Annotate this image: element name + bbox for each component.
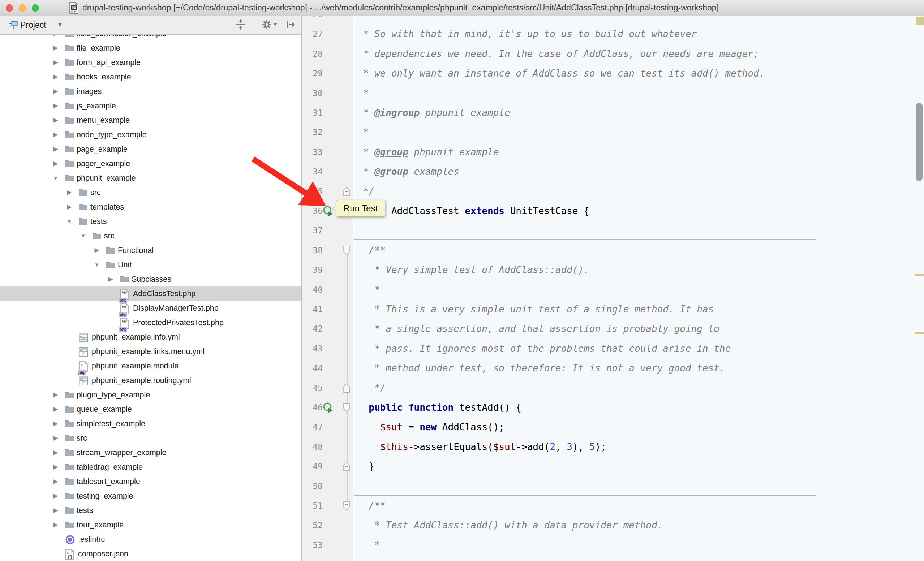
run-test-gutter-icon[interactable] [323, 402, 334, 415]
tree-item-tabledrag_example[interactable]: ▶tabledrag_example [0, 460, 302, 474]
expand-arrow[interactable]: ▶ [51, 387, 60, 402]
expand-arrow[interactable]: ▶ [51, 489, 60, 503]
warning-stripe-mark[interactable] [915, 274, 924, 275]
code-editor[interactable]: * So with that in mind, it's up to us to… [354, 16, 914, 561]
expand-arrow[interactable]: ▶ [51, 416, 60, 431]
error-stripe [914, 16, 924, 561]
svg-text:{}: {} [67, 555, 73, 560]
tree-item-phpunit_example.info.yml[interactable]: phpunit_example.info.yml [0, 330, 302, 344]
expand-arrow[interactable]: ▶ [106, 272, 115, 286]
expand-arrow[interactable]: ▶ [51, 70, 60, 84]
tree-item-phpunit_example.links.menu.yml[interactable]: phpunit_example.links.menu.yml [0, 344, 302, 359]
tree-item-tests[interactable]: ▼tests [0, 214, 302, 229]
expand-arrow[interactable]: ▶ [65, 186, 74, 200]
expand-arrow[interactable]: ▶ [51, 518, 60, 532]
tree-item-AddClassTest.php[interactable]: phpAddClassTest.php [0, 286, 302, 301]
expand-arrow[interactable]: ▶ [51, 127, 60, 142]
tree-item-node_type_example[interactable]: ▶node_type_example [0, 127, 302, 142]
expand-arrow[interactable]: ▶ [51, 503, 60, 518]
gear-icon[interactable] [261, 18, 278, 33]
tree-item-plugin_type_example[interactable]: ▶plugin_type_example [0, 387, 302, 402]
tree-item-src[interactable]: ▼src [0, 229, 302, 243]
tree-item-hooks_example[interactable]: ▶hooks_example [0, 70, 302, 84]
tree-item-.eslintrc[interactable]: .eslintrc [0, 532, 302, 546]
fold-marker-icon[interactable] [342, 186, 351, 198]
expand-arrow[interactable]: ▶ [51, 474, 60, 489]
tree-item-js_example[interactable]: ▶js_example [0, 99, 302, 113]
expand-arrow[interactable]: ▶ [51, 113, 60, 127]
tree-item-tour_example[interactable]: ▶tour_example [0, 518, 302, 532]
scrollbar-thumb[interactable] [916, 103, 922, 181]
tree-item-ProtectedPrivatesTest.php[interactable]: phpProtectedPrivatesTest.php [0, 316, 302, 330]
tree-item-file_example[interactable]: ▶file_example [0, 41, 302, 55]
expand-arrow[interactable]: ▶ [51, 142, 60, 156]
code-line-34: * @group examples [357, 162, 459, 181]
tree-item-form_api_example[interactable]: ▶form_api_example [0, 55, 302, 70]
tree-item-phpunit_example.module[interactable]: phpphpunit_example.module [0, 359, 302, 373]
expand-arrow[interactable]: ▼ [79, 229, 87, 243]
tree-item-page_example[interactable]: ▶page_example [0, 142, 302, 156]
tree-item-queue_example[interactable]: ▶queue_example [0, 402, 302, 416]
tree-item-simpletest_example[interactable]: ▶simpletest_example [0, 416, 302, 431]
window-controls [6, 4, 39, 12]
fold-marker-icon[interactable] [342, 461, 351, 473]
project-panel-title[interactable]: Project [20, 16, 46, 34]
expand-arrow[interactable]: ▼ [51, 171, 60, 186]
code-line-48: $this->assertEquals($sut->add(2, 3), 5); [357, 437, 606, 456]
tree-item-Unit[interactable]: ▼Unit [0, 257, 302, 272]
expand-arrow[interactable]: ▶ [51, 431, 60, 446]
collapse-all-icon[interactable] [234, 18, 247, 33]
fold-marker-icon[interactable] [342, 500, 351, 513]
code-line-30: * [357, 84, 369, 103]
expand-arrow[interactable]: ▶ [51, 446, 60, 460]
tree-item-label: stream_wrapper_example [76, 446, 166, 460]
expand-arrow[interactable]: ▶ [51, 55, 60, 70]
tree-item-label: Subclasses [132, 272, 171, 286]
folder-icon [64, 130, 75, 139]
code-line-54: * This method is very similar to testAdd… [357, 555, 799, 561]
fold-marker-icon[interactable] [342, 245, 351, 257]
tree-item-src[interactable]: ▶src [0, 186, 302, 200]
tree-item-Functional[interactable]: ▶Functional [0, 243, 302, 257]
method-separator [354, 495, 816, 496]
tree-item-testing_example[interactable]: ▶testing_example [0, 489, 302, 503]
expand-arrow[interactable]: ▶ [93, 243, 101, 257]
close-button[interactable] [6, 4, 13, 12]
tree-item-phpunit_example.routing.yml[interactable]: phpunit_example.routing.yml [0, 373, 302, 387]
expand-arrow[interactable]: ▶ [51, 402, 60, 416]
tree-item-templates[interactable]: ▶templates [0, 200, 302, 214]
tree-item-src[interactable]: ▶src [0, 431, 302, 446]
zoom-button[interactable] [32, 4, 39, 12]
expand-arrow[interactable]: ▶ [65, 200, 74, 214]
tree-item-tablesort_example[interactable]: ▶tablesort_example [0, 474, 302, 489]
minimize-button[interactable] [19, 4, 26, 12]
expand-arrow[interactable]: ▶ [51, 156, 60, 171]
fold-marker-icon[interactable] [342, 402, 351, 414]
expand-arrow[interactable]: ▼ [65, 214, 74, 229]
tree-item-images[interactable]: ▶images [0, 84, 302, 99]
tree-item-composer.json[interactable]: {}composer.json [0, 546, 302, 561]
expand-arrow[interactable]: ▶ [51, 99, 60, 113]
folder-icon [64, 405, 75, 413]
tree-item-menu_example[interactable]: ▶menu_example [0, 113, 302, 127]
tree-item-DisplayManagerTest.php[interactable]: phpDisplayManagerTest.php [0, 301, 302, 316]
tree-item-Subclasses[interactable]: ▶Subclasses [0, 272, 302, 286]
tree-item-tests[interactable]: ▶tests [0, 503, 302, 518]
code-token: * pass. It ignores most of the problems … [357, 343, 730, 354]
tree-item-label: simpletest_example [76, 416, 145, 431]
tree-item-label: phpunit_example.module [92, 359, 178, 373]
expand-arrow[interactable]: ▶ [51, 84, 60, 99]
code-token: ->add( [516, 441, 550, 452]
folder-icon [64, 87, 75, 95]
tree-item-phpunit_example[interactable]: ▼phpunit_example [0, 171, 302, 186]
hide-panel-icon[interactable] [284, 18, 297, 33]
chevron-down-icon[interactable]: ▼ [57, 16, 63, 34]
tree-item-pager_example[interactable]: ▶pager_example [0, 156, 302, 171]
code-token [357, 422, 380, 432]
expand-arrow[interactable]: ▼ [93, 257, 101, 272]
fold-marker-icon[interactable] [342, 383, 351, 395]
expand-arrow[interactable]: ▶ [51, 460, 60, 474]
tree-item-stream_wrapper_example[interactable]: ▶stream_wrapper_example [0, 446, 302, 460]
expand-arrow[interactable]: ▶ [51, 41, 60, 55]
warning-stripe-mark[interactable] [915, 332, 924, 334]
